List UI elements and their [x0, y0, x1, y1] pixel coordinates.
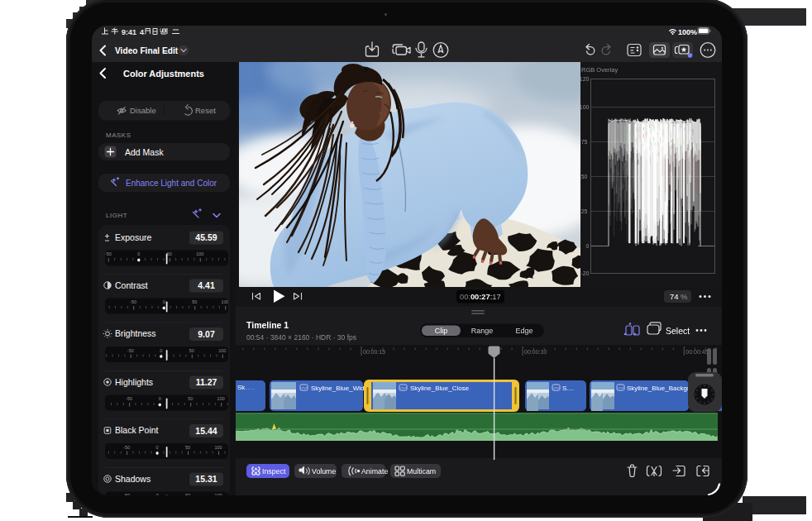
svg-text:Range: Range: [471, 327, 494, 335]
svg-text:Skyline_Blue_Close: Skyline_Blue_Close: [410, 385, 470, 392]
svg-text:S....: S....: [562, 385, 574, 392]
svg-text:00:00:15: 00:00:15: [363, 349, 385, 355]
svg-text:Inspect: Inspect: [262, 467, 286, 476]
svg-text:00:00:45: 00:00:45: [685, 349, 708, 355]
svg-text:Volume: Volume: [312, 467, 336, 476]
svg-text:Select: Select: [666, 326, 690, 336]
svg-text:Skyline_Blue_Wide: Skyline_Blue_Wide: [311, 385, 368, 392]
svg-text:......: ......: [244, 384, 255, 391]
svg-text:Clip: Clip: [435, 327, 448, 335]
svg-text:00:54 · 3840 × 2160 · HDR · 30: 00:54 · 3840 × 2160 · HDR · 30 fps: [246, 333, 356, 342]
svg-text:Multicam: Multicam: [407, 467, 436, 476]
svg-text:Edge: Edge: [515, 327, 533, 335]
svg-text:Animate: Animate: [361, 467, 388, 476]
svg-text:Skyline_Blue_Backgrou: Skyline_Blue_Backgrou: [627, 385, 697, 392]
svg-text:Timeline 1: Timeline 1: [246, 320, 289, 330]
svg-text:00:00:30: 00:00:30: [524, 349, 547, 355]
